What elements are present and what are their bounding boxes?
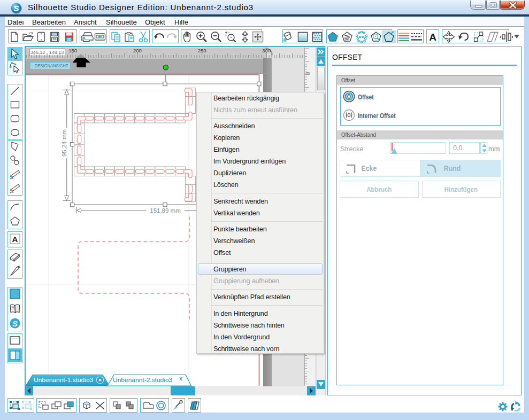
svg-text:x: x xyxy=(179,375,182,382)
svg-text:Unbenannt-2.studio3: Unbenannt-2.studio3 xyxy=(113,376,172,383)
svg-text:Unbenannt-1.studio3: Unbenannt-1.studio3 xyxy=(34,376,93,383)
svg-text:200: 200 xyxy=(133,48,142,53)
svg-text:A: A xyxy=(429,32,436,42)
svg-text:300: 300 xyxy=(262,48,271,53)
svg-text:95,24 mm: 95,24 mm xyxy=(61,129,67,157)
svg-text:3D: 3D xyxy=(67,37,72,41)
svg-text:151,89 mm: 151,89 mm xyxy=(150,207,181,214)
svg-text:150: 150 xyxy=(68,48,77,53)
svg-text:250: 250 xyxy=(198,48,206,53)
svg-text:A: A xyxy=(12,235,18,244)
svg-text:S: S xyxy=(12,319,18,328)
svg-text:S: S xyxy=(13,4,19,13)
